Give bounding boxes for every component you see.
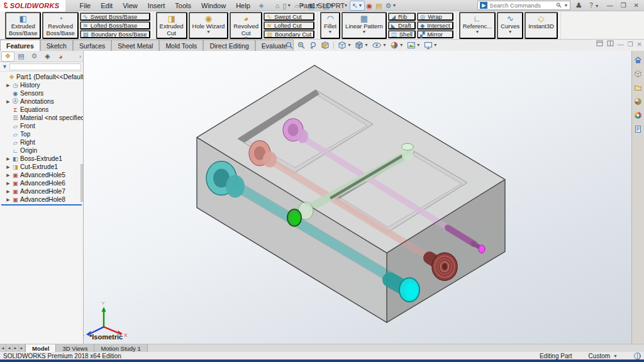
options-button[interactable]: ⚙▼ [384,1,398,11]
ribbon-button-swept-cut[interactable]: ∿Swept Cut [264,13,314,21]
ribbon-button-hole-wizard[interactable]: ◉Hole Wizard▼ [189,12,229,39]
tree-item-advancedhole8[interactable]: ▶▣AdvancedHole8 [0,195,83,204]
options-dropdown-icon[interactable]: ▼ [392,3,396,8]
doc-restore-button[interactable]: ❐ [628,41,633,48]
save-button[interactable]: ▣▼ [307,1,321,11]
rollback-bar[interactable] [1,204,82,206]
tree-scrollbar[interactable] [80,164,83,202]
new-window-icon[interactable] [596,40,603,48]
featuremanager-tab[interactable]: ❖ [1,52,14,62]
ribbon-button-extruded-boss-base[interactable]: ◧Extruded Boss/Base [5,12,41,39]
tree-item-equations[interactable]: ΣEquations [0,106,83,114]
tile-window-icon[interactable] [607,40,614,48]
display-style-button[interactable]: ▼ [354,40,369,50]
ribbon-button-rib[interactable]: ◢Rib [388,13,416,21]
restore-button[interactable]: ❐ [618,2,629,9]
expand-arrow-icon[interactable]: ▶ [6,83,11,88]
file-explorer-icon[interactable] [633,82,643,93]
tab-scroll-first[interactable]: ◄ [0,344,6,352]
select-button[interactable]: ↖▼ [350,1,364,11]
tab-sheet-metal[interactable]: Sheet Metal [111,40,159,51]
propertymanager-tab[interactable]: ▤ [14,52,28,62]
referenc-dropdown-icon[interactable]: ▼ [475,30,479,35]
tree-item-front[interactable]: ▱Front [0,122,83,130]
select-dropdown-icon[interactable]: ▼ [358,3,363,8]
menu-help[interactable]: Help [231,1,255,10]
print-button[interactable]: ▤▼ [321,1,335,11]
manager-tabs-expand-icon[interactable]: › [79,53,83,60]
tree-item-advancedhole5[interactable]: ▶▣AdvancedHole5 [0,171,83,179]
custom-properties-icon[interactable] [633,124,643,134]
tree-item-right[interactable]: ▱Right [0,138,83,146]
bottom-tab-3d-views[interactable]: 3D Views [56,344,94,352]
ribbon-button-boundary-cut[interactable]: ▥Boundary Cut [264,30,314,38]
tree-item-cut-extrude1[interactable]: ▶◨Cut-Extrude1 [0,163,83,171]
tree-item-part1[interactable]: ❖Part1 (Default<<Default>_Phot [0,73,83,81]
tab-features[interactable]: Features [0,40,40,51]
tree-item-top[interactable]: ▱Top [0,130,83,138]
tree-item-advancedhole6[interactable]: ▶▣AdvancedHole6 [0,179,83,187]
tree-item-history[interactable]: ▶◷History [0,81,83,89]
linear-pattern-dropdown-icon[interactable]: ▼ [362,30,366,35]
menu-window[interactable]: Window [196,1,231,10]
ribbon-button-draft[interactable]: ◣Draft [388,21,416,30]
home-button[interactable]: ⌂ [274,1,280,11]
tree-item-material[interactable]: ☰Material <not specified> [0,114,83,122]
ribbon-button-shell[interactable]: ◫Shell [388,30,416,38]
solidworks-resources-icon[interactable] [633,110,643,121]
design-library-icon[interactable] [633,69,643,79]
zoom-to-area-button[interactable] [296,40,306,50]
open-button[interactable]: ▱▼ [293,1,306,11]
appearances-scenes-icon[interactable] [633,96,643,107]
menu-edit[interactable]: Edit [96,1,118,10]
configurationmanager-tab[interactable]: ⚙ [28,52,41,62]
ribbon-button-extruded-cut[interactable]: ◨Extruded Cut▼ [156,12,187,39]
tree-item-origin[interactable]: ∟Origin [0,146,83,155]
search-commands-box[interactable]: ▶ 🔍︎ ▼ [477,1,570,10]
user-account-icon[interactable]: 👤︎ [573,2,584,9]
bottom-tab-model[interactable]: Model [26,344,56,352]
displaymanager-tab[interactable]: ◕ [54,52,67,62]
print-dropdown-icon[interactable]: ▼ [330,3,334,8]
menu-tools[interactable]: Tools [170,1,196,10]
expand-arrow-icon[interactable]: ▶ [6,181,11,186]
tab-scroll-prev[interactable]: ◄ [6,344,13,352]
dimxpertmanager-tab[interactable]: ◈ [41,52,54,62]
tab-mold-tools[interactable]: Mold Tools [159,40,203,51]
home-tab-icon[interactable] [633,55,643,65]
ribbon-button-instant3d[interactable]: ◇Instant3D [525,12,558,39]
tab-scroll-last[interactable]: ► [19,344,25,352]
close-button[interactable]: ✕ [631,2,641,9]
status-units-selector[interactable]: Custom▼ [589,353,618,359]
menu-file[interactable]: File [74,1,96,10]
tree-item-boss-extrude1[interactable]: ▶◧Boss-Extrude1 [0,155,83,163]
hide-show-items-button[interactable]: ▼ [371,40,387,50]
curves-dropdown-icon[interactable]: ▼ [508,30,513,35]
tab-sketch[interactable]: Sketch [40,40,73,51]
file-properties-button[interactable]: ▤ [374,1,383,11]
bottom-tab-motion-study-1[interactable]: Motion Study 1 [94,344,147,352]
expand-arrow-icon[interactable]: ▶ [6,165,11,170]
expand-arrow-icon[interactable]: ▶ [6,156,11,162]
tree-filter-input[interactable] [9,63,81,70]
apply-scene-button[interactable]: ▼ [406,40,421,50]
green-end-boss[interactable] [402,143,414,155]
previous-view-button[interactable] [308,40,318,50]
menu-view[interactable]: View [118,1,143,10]
edit-appearance-button[interactable]: ▼ [389,40,404,50]
open-dropdown-icon[interactable]: ▼ [301,3,305,8]
tab-surfaces[interactable]: Surfaces [73,40,111,51]
ribbon-button-revolved-boss-base[interactable]: ◔Revolved Boss/Base [42,12,78,39]
tab-direct-editing[interactable]: Direct Editing [203,40,255,51]
expand-arrow-icon[interactable]: ▶ [6,189,11,194]
ribbon-button-revolved-cut[interactable]: ◕Revolved Cut▼ [230,12,262,39]
new-document-dropdown-icon[interactable]: ▼ [287,3,291,8]
expand-arrow-icon[interactable]: ▶ [6,173,11,178]
view-orientation-button[interactable]: ▼ [337,40,352,50]
ribbon-button-linear-pattern[interactable]: ▦Linear Pattern▼ [341,12,387,39]
tab-scroll-next[interactable]: ► [13,344,19,352]
expand-arrow-icon[interactable]: ▶ [6,99,11,104]
ribbon-button-mirror[interactable]: ▞Mirror [417,30,453,38]
undo-dropdown-icon[interactable]: ▼ [343,3,348,8]
search-icon[interactable]: 🔍︎ [555,2,562,9]
